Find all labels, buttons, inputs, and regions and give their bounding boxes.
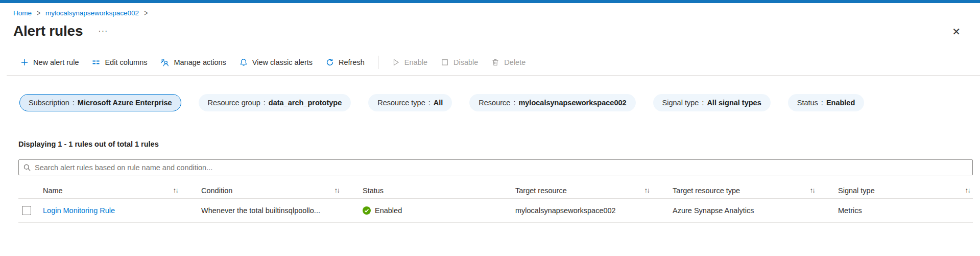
filter-pill-signal-type[interactable]: Signal type : All signal types bbox=[653, 94, 771, 111]
breadcrumb-workspace[interactable]: mylocalsynapseworkspace002 bbox=[45, 9, 139, 17]
people-icon bbox=[160, 58, 169, 67]
toolbar-label: Delete bbox=[504, 58, 525, 66]
sort-icon[interactable]: ↑↓ bbox=[810, 187, 815, 194]
pill-separator: : bbox=[428, 99, 431, 107]
enable-button[interactable]: Enable bbox=[392, 58, 427, 66]
manage-actions-button[interactable]: Manage actions bbox=[160, 58, 226, 67]
sort-icon[interactable]: ↑↓ bbox=[965, 187, 970, 194]
pill-value: Microsoft Azure Enterprise bbox=[78, 99, 172, 107]
sort-icon[interactable]: ↑↓ bbox=[334, 187, 340, 194]
rule-status: Enabled bbox=[375, 206, 402, 215]
sort-icon[interactable]: ↑↓ bbox=[173, 187, 178, 194]
toolbar-divider bbox=[378, 56, 378, 69]
refresh-button[interactable]: Refresh bbox=[326, 58, 365, 66]
pill-separator: : bbox=[73, 99, 75, 107]
square-icon bbox=[441, 58, 449, 66]
rule-signal-type: Metrics bbox=[838, 206, 973, 215]
column-header-target-resource[interactable]: Target resource ↑↓ bbox=[515, 187, 673, 195]
filter-pill-subscription[interactable]: Subscription : Microsoft Azure Enterpris… bbox=[19, 94, 181, 111]
column-header-status[interactable]: Status bbox=[363, 187, 515, 195]
filter-bar: Subscription : Microsoft Azure Enterpris… bbox=[19, 94, 980, 111]
alert-rules-table: Name ↑↓ Condition ↑↓ Status Target resou… bbox=[18, 182, 973, 223]
pill-separator: : bbox=[702, 99, 704, 107]
rule-target-resource: mylocalsynapseworkspace002 bbox=[515, 206, 673, 215]
pill-label: Subscription bbox=[29, 99, 69, 107]
edit-columns-button[interactable]: Edit columns bbox=[92, 58, 147, 66]
rule-name-link[interactable]: Login Monitoring Rule bbox=[43, 206, 115, 215]
plus-icon bbox=[20, 58, 29, 66]
rule-target-resource-type: Azure Synapse Analytics bbox=[673, 206, 838, 215]
pill-label: Resource type bbox=[377, 99, 425, 107]
table-header: Name ↑↓ Condition ↑↓ Status Target resou… bbox=[18, 182, 973, 199]
column-header-signal-type[interactable]: Signal type ↑↓ bbox=[838, 187, 973, 195]
pill-value: Enabled bbox=[826, 99, 855, 107]
rule-condition: Whenever the total builtinsqlpoollo... bbox=[201, 206, 363, 215]
more-options-icon[interactable]: ··· bbox=[97, 25, 109, 37]
close-icon[interactable]: ✕ bbox=[952, 27, 961, 37]
pill-label: Resource bbox=[479, 99, 510, 107]
section-divider bbox=[7, 75, 980, 76]
sort-icon[interactable]: ↑↓ bbox=[644, 187, 650, 194]
filter-pill-resource-type[interactable]: Resource type : All bbox=[368, 94, 452, 111]
pill-value: mylocalsynapseworkspace002 bbox=[518, 99, 626, 107]
page-title: Alert rules bbox=[13, 23, 83, 39]
refresh-icon bbox=[326, 58, 334, 66]
breadcrumb-home[interactable]: Home bbox=[13, 9, 32, 17]
toolbar-label: Refresh bbox=[339, 58, 365, 66]
pill-separator: : bbox=[264, 99, 266, 107]
disable-button[interactable]: Disable bbox=[441, 58, 478, 66]
bell-icon bbox=[240, 58, 248, 66]
edit-columns-icon bbox=[92, 58, 100, 66]
results-count: Displaying 1 - 1 rules out of total 1 ru… bbox=[18, 140, 980, 148]
column-header-condition[interactable]: Condition ↑↓ bbox=[201, 187, 363, 195]
view-classic-alerts-button[interactable]: View classic alerts bbox=[240, 58, 313, 66]
pill-value: All signal types bbox=[707, 99, 761, 107]
command-bar: New alert rule Edit columns Manage actio… bbox=[20, 55, 980, 70]
breadcrumb-separator: > bbox=[37, 8, 40, 17]
toolbar-label: Enable bbox=[404, 58, 427, 66]
table-row[interactable]: Login Monitoring Rule Whenever the total… bbox=[18, 199, 973, 223]
pill-label: Resource group bbox=[208, 99, 260, 107]
pill-label: Signal type bbox=[662, 99, 699, 107]
new-alert-rule-button[interactable]: New alert rule bbox=[20, 58, 79, 66]
column-header-target-resource-type[interactable]: Target resource type ↑↓ bbox=[673, 187, 838, 195]
search-input[interactable] bbox=[35, 164, 968, 172]
trash-icon bbox=[491, 58, 499, 66]
filter-pill-resource[interactable]: Resource : mylocalsynapseworkspace002 bbox=[469, 94, 635, 111]
breadcrumb-separator: > bbox=[144, 8, 148, 17]
enabled-check-icon bbox=[363, 206, 371, 215]
delete-button[interactable]: Delete bbox=[491, 58, 525, 66]
search-box[interactable] bbox=[18, 159, 973, 175]
row-checkbox[interactable] bbox=[22, 206, 31, 215]
pill-value: data_arch_prototype bbox=[269, 99, 342, 107]
pill-separator: : bbox=[513, 99, 515, 107]
toolbar-label: Manage actions bbox=[174, 58, 226, 66]
toolbar-label: New alert rule bbox=[33, 58, 79, 66]
play-icon bbox=[392, 58, 400, 66]
search-icon bbox=[23, 164, 31, 172]
toolbar-label: View classic alerts bbox=[252, 58, 313, 66]
toolbar-label: Disable bbox=[453, 58, 478, 66]
filter-pill-status[interactable]: Status : Enabled bbox=[788, 94, 865, 111]
toolbar-label: Edit columns bbox=[105, 58, 147, 66]
pill-label: Status bbox=[797, 99, 818, 107]
pill-value: All bbox=[434, 99, 443, 107]
pill-separator: : bbox=[821, 99, 823, 107]
breadcrumb: Home > mylocalsynapseworkspace002 > bbox=[13, 9, 980, 17]
column-header-name[interactable]: Name ↑↓ bbox=[43, 187, 201, 195]
filter-pill-resource-group[interactable]: Resource group : data_arch_prototype bbox=[199, 94, 351, 111]
azure-top-strip bbox=[0, 0, 980, 3]
